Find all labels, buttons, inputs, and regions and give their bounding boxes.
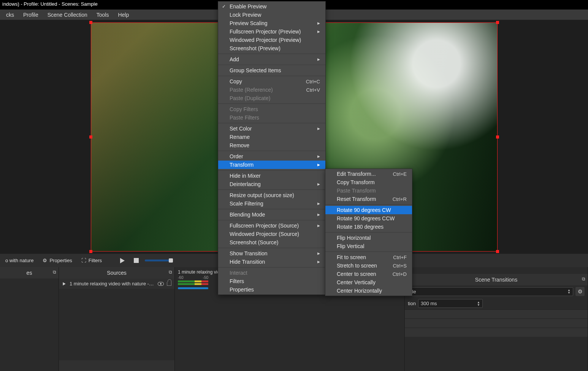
ctx-transform-fit-to-screen[interactable]: Fit to screenCtrl+F [325,253,412,261]
spin-icon[interactable]: ▲▼ [567,289,571,294]
ctx-group-selected-items[interactable]: Group Selected Items [218,66,325,75]
ctx-properties[interactable]: Properties [218,285,325,294]
resize-handle-tl[interactable] [89,21,92,24]
ctx-transform-stretch-to-screen[interactable]: Stretch to screenCtrl+S [325,261,412,270]
resize-handle-bl[interactable] [89,250,92,253]
ctx-lock-preview[interactable]: Lock Preview [218,11,325,19]
ctx-screenshot-source[interactable]: Screenshot (Source) [218,238,325,247]
menu-item-label: Show Transition [230,250,268,256]
ctx-transform-copy-transform[interactable]: Copy Transform [325,178,412,186]
ctx-fullscreen-projector-source[interactable]: Fullscreen Projector (Source) [218,221,325,230]
ctx-copy-filters: Copy Filters [218,105,325,113]
menu-item-label: Enable Preview [230,3,266,10]
ctx-add[interactable]: Add [218,55,325,64]
menu-profile[interactable]: Profile [19,10,43,19]
transitions-panel-header[interactable]: Scene Transitions ⧉ [405,274,588,285]
ctx-transform-center-vertically[interactable]: Center Vertically [325,278,412,287]
ctx-transform-reset-transform[interactable]: Reset TransformCtrl+R [325,195,412,203]
right-panels: Scene Transitions ⧉ de ▲▼ ⚙ tion 300 ms … [405,267,588,371]
sources-panel-header[interactable]: Sources ⧉ [59,267,174,279]
menu-item-label: Stretch to screen [337,263,377,269]
scenes-panel-header[interactable]: es ⧉ [0,267,59,279]
ctx-rename[interactable]: Rename [218,133,325,141]
popout-icon[interactable]: ⧉ [582,276,585,282]
menu-scene-collection[interactable]: Scene Collection [43,10,92,19]
filters-button[interactable]: ⛶Filters [78,256,105,265]
ctx-resize-output-source-size[interactable]: Resize output (source size) [218,191,325,199]
spin-icon[interactable]: ▲▼ [477,301,480,306]
resize-handle-br[interactable] [496,250,499,253]
ctx-transform-center-to-screen[interactable]: Center to screenCtrl+D [325,270,412,278]
popout-icon[interactable]: ⧉ [53,269,56,275]
menu-separator [218,189,325,190]
volume-slider[interactable] [178,287,208,289]
menu-docks[interactable]: cks [2,10,19,19]
source-item-label: 1 minute relaxing video with nature - A … [70,281,155,287]
play-button[interactable] [117,256,128,265]
ctx-windowed-projector-preview[interactable]: Windowed Projector (Preview) [218,36,325,44]
context-submenu-transform[interactable]: Edit Transform...Ctrl+ECopy TransformPas… [325,169,412,296]
scenes-panel: es ⧉ [0,267,59,371]
shortcut-label: Ctrl+F [393,255,407,260]
resize-handle-ml[interactable] [89,135,92,139]
ctx-remove[interactable]: Remove [218,141,325,150]
ctx-transform-rotate-180-degrees[interactable]: Rotate 180 degrees [325,223,412,231]
ctx-copy[interactable]: CopyCtrl+C [218,77,325,86]
duration-field[interactable]: 300 ms ▲▼ [418,299,483,308]
transition-settings-button[interactable]: ⚙ [575,287,585,296]
ctx-blending-mode[interactable]: Blending Mode [218,210,325,219]
ctx-paste-duplicate: Paste (Duplicate) [218,94,325,102]
slider-thumb[interactable] [169,258,173,263]
menu-item-label: Center to screen [337,271,376,277]
ctx-paste-reference: Paste (Reference)Ctrl+V [218,86,325,94]
ctx-transform[interactable]: Transform [218,161,325,169]
ctx-preview-scaling[interactable]: Preview Scaling [218,19,325,27]
context-menu[interactable]: Enable PreviewLock PreviewPreview Scalin… [218,1,326,295]
popout-icon[interactable]: ⧉ [169,269,172,275]
ctx-filters[interactable]: Filters [218,277,325,285]
ctx-windowed-projector-source[interactable]: Windowed Projector (Source) [218,230,325,238]
menu-item-label: Fullscreen Projector (Source) [230,223,299,229]
ctx-enable-preview[interactable]: Enable Preview [218,2,325,11]
ctx-set-color[interactable]: Set Color [218,124,325,133]
shortcut-label: Ctrl+V [306,87,320,93]
menu-item-label: Properties [230,287,254,293]
menu-item-label: Interact [230,270,247,276]
menu-tools[interactable]: Tools [92,10,114,19]
ctx-show-transition[interactable]: Show Transition [218,249,325,258]
ctx-hide-transition[interactable]: Hide Transition [218,258,325,266]
menu-item-label: Scale Filtering [230,201,263,207]
ctx-transform-flip-horizontal[interactable]: Flip Horizontal [325,234,412,242]
resize-handle-tr[interactable] [496,21,499,24]
stop-button[interactable] [131,256,142,264]
menu-item-label: Fullscreen Projector (Preview) [230,29,301,35]
source-list-item[interactable]: 1 minute relaxing video with nature - A … [59,279,174,289]
menu-item-label: Order [230,153,243,159]
ctx-screenshot-preview[interactable]: Screenshot (Preview) [218,44,325,53]
menu-help[interactable]: Help [113,10,133,19]
ctx-deinterlacing[interactable]: Deinterlacing [218,180,325,188]
resize-handle-mr[interactable] [496,135,499,139]
menu-item-label: Paste (Duplicate) [230,95,270,101]
ctx-transform-rotate-90-degrees-cw[interactable]: Rotate 90 degrees CW [325,206,412,214]
ctx-fullscreen-projector-preview[interactable]: Fullscreen Projector (Preview) [218,27,325,36]
seek-slider[interactable] [145,260,171,261]
properties-button[interactable]: ⚙Properties [40,256,75,265]
menu-separator [218,76,325,76]
ctx-transform-edit-transform[interactable]: Edit Transform...Ctrl+E [325,170,412,178]
ctx-transform-center-horizontally[interactable]: Center Horizontally [325,287,412,295]
transition-select[interactable]: de ▲▼ [408,287,573,296]
ctx-order[interactable]: Order [218,152,325,161]
lock-toggle-icon[interactable] [167,282,171,286]
menu-separator [218,267,325,268]
source-name-label: o with nature [2,256,36,265]
ctx-transform-rotate-90-degrees-ccw[interactable]: Rotate 90 degrees CCW [325,214,412,223]
menu-item-label: Screenshot (Source) [230,239,278,245]
ctx-transform-flip-vertical[interactable]: Flip Vertical [325,242,412,250]
menu-item-label: Rotate 90 degrees CW [337,207,391,213]
visibility-toggle-icon[interactable] [158,282,164,286]
ctx-scale-filtering[interactable]: Scale Filtering [218,199,325,208]
shortcut-label: Ctrl+S [393,263,407,269]
ctx-hide-in-mixer[interactable]: Hide in Mixer [218,172,325,180]
menu-separator [325,204,412,205]
